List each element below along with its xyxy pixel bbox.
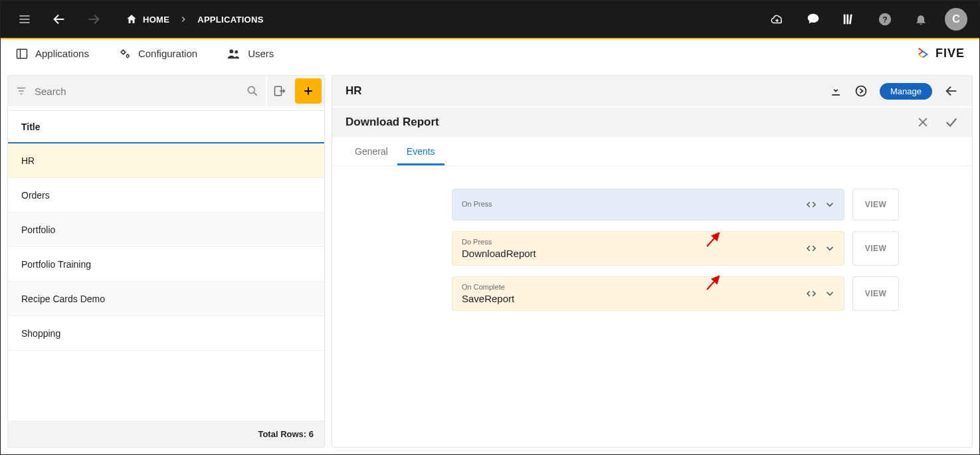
code-icon[interactable] xyxy=(805,242,817,254)
module-tab-label: Users xyxy=(248,48,274,59)
workspace: Title HR Orders Portfolio Portfolio Trai… xyxy=(1,68,979,454)
forward-icon xyxy=(82,7,106,31)
chevron-down-icon[interactable] xyxy=(824,288,836,300)
top-app-bar: HOME APPLICATIONS ? C xyxy=(1,1,979,38)
svg-rect-10 xyxy=(17,49,27,58)
module-tab-bar: Applications Configuration Users FIVE xyxy=(1,39,979,68)
brand-text: FIVE xyxy=(935,46,965,60)
close-icon[interactable] xyxy=(916,116,930,129)
module-tab-users[interactable]: Users xyxy=(227,46,274,61)
bell-icon[interactable] xyxy=(909,7,933,31)
svg-text:?: ? xyxy=(882,15,887,25)
chevron-right-icon xyxy=(179,15,188,24)
code-icon[interactable] xyxy=(805,288,817,300)
view-button[interactable]: VIEW xyxy=(852,231,899,266)
detail-panel: HR Manage Download Report xyxy=(332,75,973,448)
chat-icon[interactable] xyxy=(801,7,825,31)
list-item[interactable]: Portfolio xyxy=(8,213,324,247)
event-label: Do Press xyxy=(462,238,834,246)
add-button[interactable] xyxy=(295,78,322,104)
confirm-icon[interactable] xyxy=(944,115,959,130)
gears-icon xyxy=(118,47,132,60)
module-tab-label: Configuration xyxy=(138,48,197,59)
event-value: SaveReport xyxy=(462,293,834,304)
window-icon xyxy=(15,47,29,60)
list-column-header[interactable]: Title xyxy=(8,110,324,143)
breadcrumb-home-label: HOME xyxy=(143,15,169,25)
list-footer: Total Rows: 6 xyxy=(8,420,324,447)
list-panel: Title HR Orders Portfolio Portfolio Trai… xyxy=(7,75,325,448)
detail-tabs: General Events xyxy=(332,137,972,166)
breadcrumb-page[interactable]: APPLICATIONS xyxy=(197,15,263,25)
list-item[interactable]: HR xyxy=(8,143,324,178)
subrecord-header: Download Report xyxy=(332,106,972,137)
list-item-label: Portfolio Training xyxy=(21,259,91,270)
help-icon[interactable]: ? xyxy=(873,7,897,31)
svg-point-15 xyxy=(235,50,238,53)
svg-rect-6 xyxy=(846,15,848,25)
users-icon xyxy=(227,46,241,61)
list-column-header-label: Title xyxy=(21,122,41,132)
deploy-icon[interactable] xyxy=(854,84,868,98)
list-item-label: Portfolio xyxy=(21,225,55,235)
exit-icon[interactable] xyxy=(266,76,292,106)
view-button[interactable]: VIEW xyxy=(852,189,899,221)
filter-icon[interactable] xyxy=(8,85,35,97)
events-body: On Press VIEW Do Press DownloadReport xyxy=(332,166,972,321)
tab-general[interactable]: General xyxy=(345,146,397,165)
event-value: DownloadReport xyxy=(462,248,834,259)
manage-button[interactable]: Manage xyxy=(880,83,932,100)
list-body: HR Orders Portfolio Portfolio Training R… xyxy=(8,143,324,420)
event-card-do-press[interactable]: Do Press DownloadReport xyxy=(452,231,844,266)
download-icon[interactable] xyxy=(829,84,842,98)
search-input[interactable] xyxy=(35,86,239,97)
brand-logo-icon xyxy=(916,46,930,61)
svg-line-20 xyxy=(254,92,257,96)
tab-events[interactable]: Events xyxy=(397,146,444,165)
list-item[interactable]: Recipe Cards Demo xyxy=(8,282,324,316)
event-card-on-press[interactable]: On Press xyxy=(452,189,844,221)
hamburger-icon[interactable] xyxy=(13,7,37,31)
list-item-label: Shopping xyxy=(21,328,60,339)
cloud-sync-icon[interactable] xyxy=(765,7,789,31)
svg-rect-7 xyxy=(849,15,852,25)
svg-point-14 xyxy=(230,49,234,53)
list-item[interactable]: Portfolio Training xyxy=(8,247,324,282)
event-row: On Complete SaveReport VIEW xyxy=(452,276,899,311)
back-icon[interactable] xyxy=(47,7,71,31)
list-item[interactable]: Shopping xyxy=(8,316,324,351)
module-tab-configuration[interactable]: Configuration xyxy=(118,47,197,60)
detail-title: HR xyxy=(345,84,362,98)
list-item[interactable]: Orders xyxy=(8,178,324,213)
event-row: Do Press DownloadReport VIEW xyxy=(452,231,899,266)
list-item-label: Orders xyxy=(21,190,50,201)
event-row: On Press VIEW xyxy=(452,189,899,221)
event-label: On Complete xyxy=(462,283,834,291)
module-tab-applications[interactable]: Applications xyxy=(15,47,89,60)
list-item-label: Recipe Cards Demo xyxy=(21,294,105,304)
event-label: On Press xyxy=(462,200,834,208)
view-button[interactable]: VIEW xyxy=(852,276,899,311)
list-item-label: HR xyxy=(21,155,35,166)
detail-header: HR Manage xyxy=(332,76,972,106)
chevron-down-icon[interactable] xyxy=(824,199,836,211)
breadcrumb-home[interactable]: HOME xyxy=(126,13,169,25)
back-arrow-icon[interactable] xyxy=(944,84,959,98)
avatar[interactable]: C xyxy=(945,8,967,31)
home-icon xyxy=(126,13,138,25)
module-tab-label: Applications xyxy=(35,48,89,59)
svg-point-24 xyxy=(856,86,866,96)
breadcrumb: HOME APPLICATIONS xyxy=(126,13,264,25)
svg-rect-5 xyxy=(844,15,846,25)
code-icon[interactable] xyxy=(805,199,817,211)
brand-logo: FIVE xyxy=(916,46,965,61)
search-bar xyxy=(8,76,324,106)
avatar-initial: C xyxy=(952,13,960,25)
library-icon[interactable] xyxy=(837,7,861,31)
subrecord-title: Download Report xyxy=(345,116,439,129)
total-rows-label: Total Rows: 6 xyxy=(258,429,314,439)
event-card-on-complete[interactable]: On Complete SaveReport xyxy=(452,276,844,311)
svg-point-19 xyxy=(248,86,254,93)
chevron-down-icon[interactable] xyxy=(824,242,836,254)
search-icon[interactable] xyxy=(239,84,266,98)
